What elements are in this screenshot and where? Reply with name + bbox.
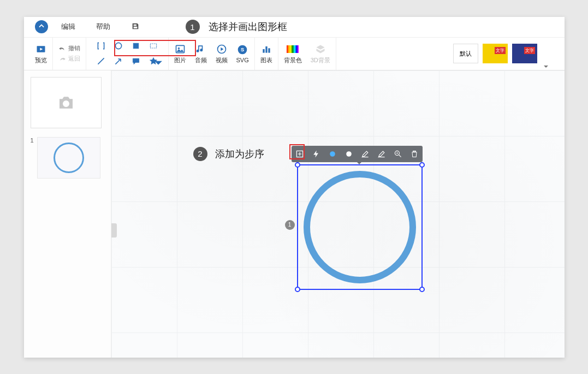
fill-blue-icon[interactable] [328, 149, 337, 159]
fill-white-icon[interactable] [344, 149, 354, 159]
undo-button[interactable]: 撤销 [58, 44, 80, 52]
svg-rect-10 [265, 46, 267, 53]
save-icon [131, 22, 140, 31]
svg-rect-9 [263, 49, 264, 53]
logo-icon[interactable] [35, 20, 48, 33]
shape-context-toolbar [292, 146, 423, 162]
annotation-2: 2 添加为步序 [193, 147, 264, 161]
resize-handle-tr[interactable] [419, 162, 425, 168]
save-button[interactable] [123, 22, 147, 32]
resize-handle-bl[interactable] [295, 287, 300, 292]
theme-more-icon[interactable] [543, 63, 549, 70]
svg-point-5 [177, 47, 179, 49]
preview-button[interactable]: 预览 [35, 43, 47, 64]
canvas[interactable]: 2 添加为步序 1 [111, 70, 565, 358]
tool-group-chart: 图表 [255, 38, 278, 70]
annotation-badge-2: 2 [193, 147, 207, 161]
edit-icon[interactable] [360, 149, 370, 159]
shape-square-fill[interactable] [130, 40, 142, 52]
bg3d-label: 3D背景 [311, 56, 330, 64]
slide-thumbnail [37, 137, 100, 179]
resize-handle-br[interactable] [419, 287, 425, 292]
chart-label: 图表 [260, 56, 272, 64]
bg3d-icon [314, 43, 326, 55]
undo-label: 撤销 [68, 44, 80, 52]
audio-button[interactable]: 音频 [195, 43, 207, 64]
undo-icon [58, 46, 66, 51]
tool-group-bg: 背景色 3D背景 [278, 38, 336, 70]
bgcolor-label: 背景色 [284, 56, 302, 64]
tool-group-themes: 默认 [448, 38, 559, 70]
step-marker[interactable]: 1 [285, 220, 295, 230]
svg-rect-11 [268, 48, 270, 52]
svg-point-14 [346, 151, 352, 157]
back-label: 返回 [68, 55, 80, 63]
bgcolor-button[interactable]: 背景色 [284, 43, 302, 64]
tool-group-preview: 预览 [29, 38, 53, 70]
shape-rect-dashed[interactable] [147, 40, 159, 52]
play-icon [35, 43, 47, 55]
circle-shape[interactable] [304, 171, 416, 283]
audio-icon [195, 43, 207, 55]
shape-brackets[interactable] [95, 40, 107, 52]
svg-rect-3 [150, 44, 156, 48]
preview-label: 预览 [35, 56, 47, 64]
svg-point-13 [330, 151, 335, 157]
svg-rect-2 [133, 43, 139, 49]
body: 1 2 添加为步序 [24, 70, 565, 358]
add-step-icon[interactable] [295, 149, 305, 159]
tool-group-shapes [86, 38, 169, 70]
slides-sidebar: 1 [24, 70, 111, 358]
annotation-badge-1: 1 [186, 20, 200, 34]
camera-icon [57, 95, 75, 110]
image-button[interactable]: 图片 [174, 43, 186, 64]
video-label: 视频 [216, 56, 228, 64]
chart-icon [260, 43, 272, 55]
annotation-label-2: 添加为步序 [215, 147, 264, 161]
menu-edit[interactable]: 编辑 [54, 22, 83, 32]
chart-button[interactable]: 图表 [260, 43, 272, 64]
audio-label: 音频 [195, 56, 207, 64]
zoom-icon[interactable] [393, 149, 403, 159]
tool-group-undo: 撤销 返回 [53, 38, 86, 70]
shape-line[interactable] [95, 55, 107, 67]
selection-box[interactable]: 1 [297, 164, 423, 290]
menu-help[interactable]: 帮助 [88, 22, 118, 32]
tool-group-media: 图片 音频 视频 S SVG [169, 38, 255, 70]
theme-default[interactable]: 默认 [453, 44, 478, 63]
resize-handle-tl[interactable] [295, 162, 300, 168]
shape-circle[interactable] [112, 40, 124, 52]
back-button[interactable]: 返回 [58, 55, 80, 63]
delete-icon[interactable] [409, 149, 419, 159]
shape-palette [92, 38, 163, 69]
svg-label: SVG [236, 57, 249, 63]
shape-speech[interactable] [130, 55, 142, 67]
video-icon [216, 43, 228, 55]
annotation-label-1: 选择并画出图形框 [209, 20, 287, 33]
sidebar-drag-handle[interactable] [111, 223, 117, 238]
redo-icon [58, 56, 66, 62]
svg-icon: S [236, 44, 248, 56]
bg3d-button[interactable]: 3D背景 [311, 43, 330, 64]
shape-star[interactable] [147, 55, 159, 67]
bgcolor-icon [287, 43, 299, 55]
toolbar: 预览 撤销 返回 [24, 38, 565, 70]
slide-item-1[interactable]: 1 [31, 137, 104, 179]
menu-bar: 编辑 帮助 1 选择并画出图形框 [24, 17, 565, 38]
image-label: 图片 [174, 56, 186, 64]
svg-button[interactable]: S SVG [236, 44, 249, 63]
add-slide-card[interactable] [31, 77, 102, 128]
bolt-icon[interactable] [311, 149, 321, 159]
stroke-icon[interactable] [377, 149, 387, 159]
image-icon [174, 43, 186, 55]
svg-point-1 [115, 43, 121, 49]
chevron-down-icon [154, 58, 163, 67]
theme-yellow[interactable] [483, 44, 508, 63]
slide-number: 1 [31, 137, 34, 179]
slide-circle-icon [54, 143, 84, 173]
theme-blue[interactable] [512, 44, 537, 63]
shape-arrow[interactable] [112, 55, 124, 67]
app-window: 编辑 帮助 1 选择并画出图形框 预览 撤销 返回 [24, 17, 565, 358]
video-button[interactable]: 视频 [216, 43, 228, 64]
svg-text:S: S [241, 47, 244, 52]
